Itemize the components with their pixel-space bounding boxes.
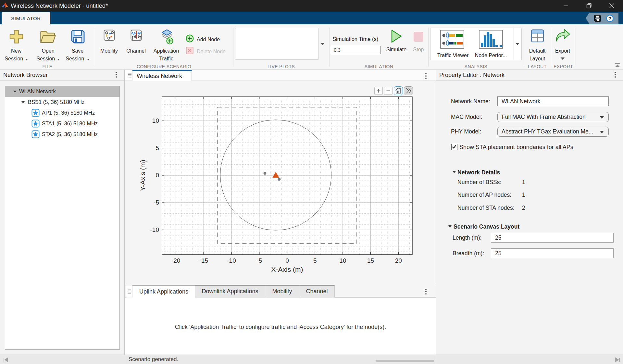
svg-text:15: 15	[367, 257, 374, 264]
svg-text:X-Axis (m): X-Axis (m)	[271, 266, 303, 273]
svg-text:-15: -15	[199, 257, 208, 264]
svg-text:-5: -5	[154, 199, 159, 206]
svg-text:?: ?	[608, 16, 611, 21]
svg-text:-5: -5	[256, 257, 262, 264]
svg-text:-10: -10	[227, 257, 236, 264]
svg-text:10: 10	[339, 257, 346, 264]
svg-text:-20: -20	[171, 257, 180, 264]
svg-text:0: 0	[156, 172, 159, 179]
svg-text:5: 5	[313, 257, 317, 264]
svg-text:5: 5	[156, 144, 159, 151]
svg-text:10: 10	[152, 117, 159, 124]
svg-text:20: 20	[395, 257, 402, 264]
svg-text:Y-Axis (m): Y-Axis (m)	[139, 160, 146, 191]
svg-text:-10: -10	[150, 226, 159, 233]
svg-text:0: 0	[285, 257, 289, 264]
